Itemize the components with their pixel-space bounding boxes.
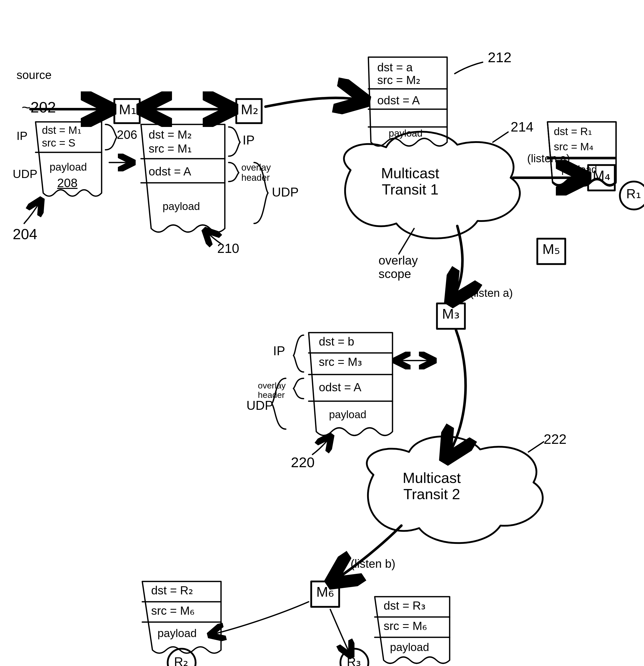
node-m2: M₂ bbox=[241, 102, 258, 117]
packet-r1-src: src = M₄ bbox=[554, 141, 593, 153]
annotation-listen-a-m3: (listen a) bbox=[470, 287, 513, 299]
label-ref-206: 206 bbox=[117, 128, 137, 142]
diagram-svg bbox=[0, 0, 644, 666]
packet-210-overlay-label: overlay header bbox=[241, 162, 271, 182]
cloud-transit-1: Multicast Transit 1 bbox=[381, 165, 439, 197]
packet-212-dst: dst = a bbox=[377, 61, 412, 74]
packet-210-src: src = M₁ bbox=[149, 142, 192, 155]
packet-r3-payload: payload bbox=[390, 641, 429, 653]
packet-220-src: src = M₃ bbox=[319, 355, 362, 368]
label-source: source bbox=[17, 69, 52, 82]
label-ref-214: 214 bbox=[511, 119, 533, 134]
node-m5: M₅ bbox=[542, 241, 560, 257]
packet-204-dst: dst = M₁ bbox=[42, 124, 82, 136]
packet-r2-src: src = M₆ bbox=[151, 604, 194, 617]
node-m6: M₆ bbox=[316, 584, 334, 600]
packet-210-dst: dst = M₂ bbox=[149, 128, 192, 141]
packet-212-payload: payload bbox=[389, 128, 422, 139]
packet-220-ip-label: IP bbox=[273, 344, 285, 358]
label-overlay-scope: overlay scope bbox=[378, 254, 418, 281]
packet-220-dst: dst = b bbox=[319, 335, 354, 348]
cloud-transit-2: Multicast Transit 2 bbox=[403, 470, 461, 502]
packet-204-payload: payload bbox=[50, 161, 87, 173]
label-ref-220: 220 bbox=[291, 455, 315, 470]
packet-212-odst: odst = A bbox=[377, 94, 420, 107]
packet-220-payload: payload bbox=[329, 409, 366, 420]
node-r1: R₁ bbox=[626, 187, 641, 201]
packet-210-ip-label: IP bbox=[243, 133, 255, 147]
overlay-multicast-diagram: source ~202 IP UDP 204 dst = M₁ src = S … bbox=[0, 0, 644, 666]
annotation-listen-a-m4: (listen a) bbox=[527, 152, 570, 164]
packet-204-src: src = S bbox=[42, 137, 75, 149]
node-r2: R₂ bbox=[174, 655, 188, 666]
label-ref-222: 222 bbox=[544, 432, 566, 446]
packet-210-odst: odst = A bbox=[149, 165, 191, 178]
packet-r3-src: src = M₆ bbox=[384, 619, 427, 632]
packet-212-src: src = M₂ bbox=[377, 74, 421, 87]
annotation-listen-b: (listen b) bbox=[351, 557, 395, 570]
packet-210-payload: payload bbox=[163, 200, 200, 212]
node-m1: M₁ bbox=[119, 102, 136, 117]
label-ref-212: 212 bbox=[488, 50, 511, 65]
packet-r2-dst: dst = R₂ bbox=[151, 584, 193, 597]
node-r3: R₃ bbox=[347, 655, 361, 666]
label-ref-204: 204 bbox=[13, 226, 37, 242]
label-udp-left: UDP bbox=[13, 168, 37, 180]
label-ref-202: ~202 bbox=[22, 99, 56, 116]
packet-220-udp-label: UDP bbox=[247, 399, 273, 413]
packet-r2-payload: payload bbox=[157, 627, 197, 639]
packet-220-odst: odst = A bbox=[319, 381, 361, 394]
label-ref-208: 208 bbox=[57, 176, 78, 190]
packet-r3-dst: dst = R₃ bbox=[384, 599, 425, 612]
packet-210-udp-label: UDP bbox=[272, 185, 299, 199]
packet-r1-dst: dst = R₁ bbox=[554, 126, 592, 137]
label-ip-left: IP bbox=[17, 129, 28, 142]
packet-r1-payload: payload bbox=[561, 164, 597, 175]
label-ref-210: 210 bbox=[217, 241, 239, 256]
node-m3: M₃ bbox=[442, 306, 460, 322]
packet-220-overlay-label: overlay header bbox=[258, 381, 286, 400]
